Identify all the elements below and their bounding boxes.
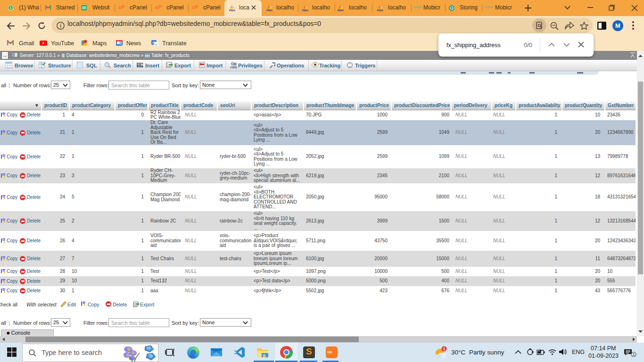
svg-text:PMA: PMA	[229, 9, 235, 11]
svg-text:PMA: PMA	[338, 9, 344, 11]
svg-text:1: 1	[443, 346, 446, 351]
svg-text:PMA: PMA	[377, 9, 383, 11]
svg-text:PMA: PMA	[266, 9, 272, 11]
svg-text:1: 1	[9, 6, 12, 10]
svg-text:PMA: PMA	[302, 9, 308, 11]
svg-text:x: x	[156, 42, 157, 47]
svg-text:1: 1	[632, 352, 635, 357]
